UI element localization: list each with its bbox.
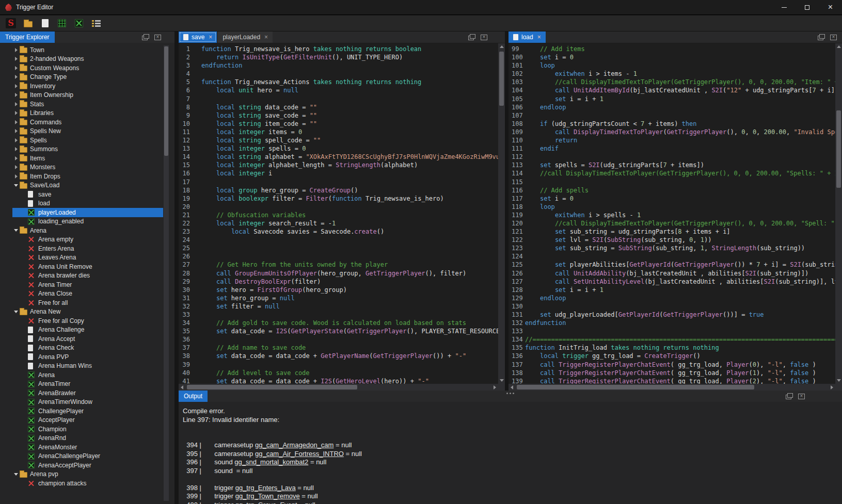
expand-arrow-icon[interactable] [12, 138, 20, 142]
close-panel-icon[interactable] [154, 35, 161, 40]
tree-item-playerloaded[interactable]: playerLoaded [12, 208, 163, 217]
tree-item-arenarnd[interactable]: ArenaRnd [12, 434, 163, 443]
minimize-button[interactable] [772, 0, 796, 14]
scrollbar-thumb[interactable] [836, 110, 841, 188]
tree-item-summons[interactable]: Summons [12, 145, 163, 154]
new-file-button[interactable] [38, 17, 52, 30]
expand-arrow-icon[interactable] [12, 174, 20, 178]
tree-item-2-handed-weapons[interactable]: 2-handed Weapons [12, 55, 163, 64]
tree-item-arenatimerwindow[interactable]: ArenaTimerWindow [12, 398, 163, 407]
tree-item-arena-empty[interactable]: Arena empty [12, 235, 163, 245]
tree-item-arena-human-wins[interactable]: Arena Human Wins [12, 362, 163, 371]
scroll-down-arrow[interactable] [498, 377, 505, 384]
scroll-up-arrow[interactable] [835, 43, 842, 50]
export-script-button[interactable] [72, 17, 86, 30]
save-code-editor[interactable]: 1function Trig_newsave_is_hero takes not… [179, 43, 498, 384]
close-panel-icon[interactable] [798, 394, 805, 399]
tab-close-icon[interactable] [537, 34, 541, 41]
output-splitter-grip[interactable] [506, 393, 508, 394]
tab-output[interactable]: Output [179, 391, 208, 402]
expand-arrow-icon[interactable] [12, 111, 20, 115]
tree-item-spells-new[interactable]: Spells New [12, 127, 163, 136]
tree-item-arenamonster[interactable]: ArenaMonster [12, 443, 163, 452]
close-button[interactable] [819, 0, 842, 14]
app-logo-button[interactable]: S [4, 17, 18, 30]
scroll-up-arrow[interactable] [498, 43, 505, 50]
scroll-down-arrow[interactable] [835, 377, 842, 384]
editor-splitter[interactable] [505, 31, 509, 391]
tree-item-arena-accept[interactable]: Arena Accept [12, 334, 163, 344]
tree-item-save[interactable]: save [12, 190, 163, 199]
scroll-left-arrow[interactable] [179, 384, 185, 391]
tree-item-challengeplayer[interactable]: ChallengePlayer [12, 407, 163, 416]
expand-arrow-icon[interactable] [12, 66, 20, 70]
collapse-arrow-icon[interactable] [12, 184, 20, 187]
tab-close-icon[interactable] [209, 34, 212, 41]
collapse-arrow-icon[interactable] [12, 473, 20, 476]
collapse-arrow-icon[interactable] [12, 229, 20, 232]
expand-arrow-icon[interactable] [12, 156, 20, 160]
tree-item-libraries[interactable]: Libraries [12, 109, 163, 118]
expand-arrow-icon[interactable] [12, 102, 20, 106]
tree-item-acceptplayer[interactable]: AcceptPlayer [12, 416, 163, 425]
tree-item-arena[interactable]: Arena [12, 226, 163, 235]
expand-arrow-icon[interactable] [12, 147, 20, 151]
tree-item-monsters[interactable]: Monsters [12, 163, 163, 172]
tree-item-arena-close[interactable]: Arena Close [12, 289, 163, 299]
expand-arrow-icon[interactable] [12, 84, 20, 88]
load-code-editor[interactable]: 99 // Add items100 set i = 0101 loop102 … [509, 43, 835, 384]
tree-item-champion-attacks[interactable]: champion attacks [12, 479, 163, 488]
tree-item-champion[interactable]: Champion [12, 425, 163, 434]
tree-item-arena-unit-remove[interactable]: Arena Unit Remove [12, 262, 163, 271]
tree-item-free-for-all-copy[interactable]: Free for all Copy [12, 316, 163, 326]
scroll-right-arrow[interactable] [829, 384, 835, 391]
tab-playerloaded[interactable]: playerLoaded [218, 31, 273, 43]
tree-item-spells[interactable]: Spells [12, 136, 163, 145]
float-panel-icon[interactable] [142, 34, 149, 40]
variables-grid-button[interactable] [55, 17, 69, 30]
expand-arrow-icon[interactable] [12, 165, 20, 169]
tab-load[interactable]: load [509, 31, 546, 43]
tree-item-arena-timer[interactable]: Arena Timer [12, 280, 163, 289]
maximize-button[interactable] [796, 0, 819, 14]
tree-item-item-drops[interactable]: Item Drops [12, 172, 163, 181]
tree-item-arena-new[interactable]: Arena New [12, 307, 163, 317]
tree-item-item-ownership[interactable]: Item Ownership [12, 91, 163, 100]
expand-arrow-icon[interactable] [12, 129, 20, 133]
expand-arrow-icon[interactable] [12, 93, 20, 97]
tree-item-load[interactable]: load [12, 199, 163, 208]
expand-arrow-icon[interactable] [12, 48, 20, 52]
tree-item-change-type[interactable]: Change Type [12, 73, 163, 82]
tree-item-arena[interactable]: Arena [12, 370, 163, 380]
tree-item-arenatimer[interactable]: ArenaTimer [12, 380, 163, 389]
expand-arrow-icon[interactable] [12, 57, 20, 61]
tree-item-arena-pvp[interactable]: Arena pvp [12, 470, 163, 479]
scrollbar-thumb[interactable] [517, 385, 754, 389]
scroll-right-arrow[interactable] [491, 384, 498, 391]
script-list-button[interactable] [89, 17, 103, 30]
tree-item-arena-check[interactable]: Arena Check [12, 344, 163, 353]
tree-item-leaves-arena[interactable]: Leaves Arena [12, 253, 163, 263]
tree-item-commands[interactable]: Commands [12, 118, 163, 127]
tree-item-items[interactable]: Items [12, 154, 163, 163]
expand-arrow-icon[interactable] [12, 75, 20, 79]
tree-item-inventory[interactable]: Inventory [12, 82, 163, 91]
tree-item-town[interactable]: Town [12, 45, 163, 55]
tree-item-free-for-all[interactable]: Free for all [12, 298, 163, 307]
tree-item-custom-weapons[interactable]: Custom Weapons [12, 63, 163, 73]
collapse-arrow-icon[interactable] [12, 311, 20, 313]
tree-item-loading-enabled[interactable]: loading_enabled [12, 217, 163, 226]
scroll-left-arrow[interactable] [509, 384, 515, 391]
tree-scrollbar-thumb[interactable] [164, 46, 168, 156]
tree-scrollbar[interactable] [164, 45, 169, 501]
horizontal-scrollbar[interactable] [509, 384, 835, 391]
tree-item-save-load[interactable]: Save/Load [12, 181, 163, 190]
open-folder-button[interactable] [21, 17, 35, 30]
tab-save[interactable]: save [179, 31, 217, 43]
close-panel-icon[interactable] [830, 35, 837, 40]
tab-close-icon[interactable] [264, 34, 268, 41]
trigger-explorer-tab[interactable]: Trigger Explorer [0, 31, 55, 43]
expand-arrow-icon[interactable] [12, 120, 20, 124]
tree-item-arenabrawler[interactable]: ArenaBrawler [12, 388, 163, 398]
tree-item-enters-arena[interactable]: Enters Arena [12, 244, 163, 253]
